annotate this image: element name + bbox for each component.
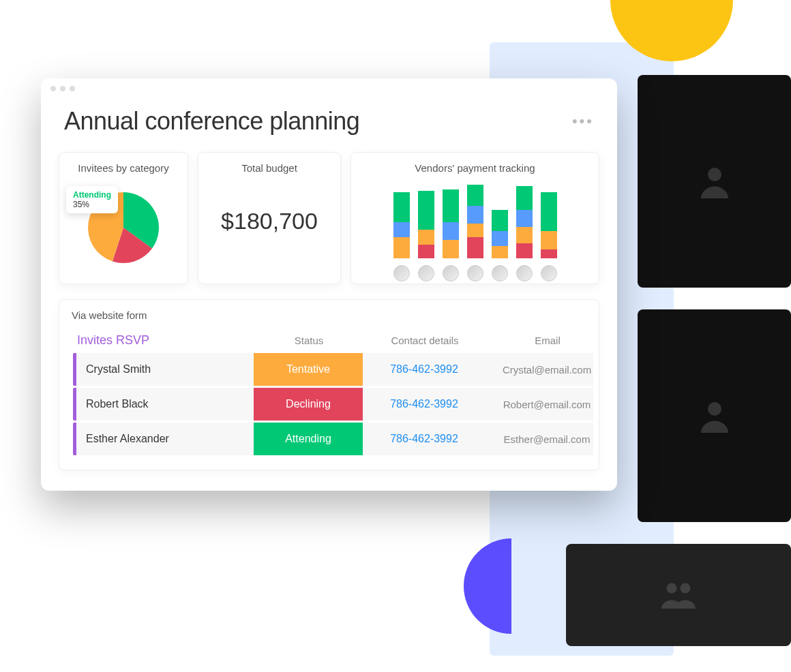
- row-email[interactable]: Robert@email.com: [486, 399, 608, 410]
- avatar-icon: [492, 265, 508, 281]
- bar-segment: [443, 222, 459, 240]
- row-phone[interactable]: 786-462-3992: [363, 433, 486, 445]
- status-badge[interactable]: Attending: [254, 423, 363, 455]
- row-name: Esther Alexander: [76, 433, 254, 445]
- bar: [541, 192, 557, 258]
- bar-segment: [516, 186, 533, 210]
- bar-segment: [418, 245, 434, 258]
- purple-semicircle-icon: [464, 538, 511, 634]
- window-dot-icon: [50, 86, 56, 91]
- stacked-bar-chart: [361, 185, 589, 258]
- bar-segment: [443, 189, 459, 222]
- bar-segment: [516, 227, 533, 243]
- bar-segment: [393, 222, 410, 237]
- vendor-avatars: [393, 265, 557, 281]
- column-main: Invites RSVP: [77, 333, 254, 348]
- card-total-budget: Total budget $180,700: [198, 152, 341, 284]
- column-status: Status: [254, 335, 363, 346]
- pie-callout-value: 35%: [73, 200, 89, 209]
- row-phone[interactable]: 786-462-3992: [363, 398, 486, 410]
- bar-segment: [541, 249, 557, 258]
- row-phone[interactable]: 786-462-3992: [363, 363, 486, 376]
- speaker-photo-2: [638, 309, 791, 522]
- bar-segment: [467, 224, 483, 237]
- bar-segment: [393, 237, 410, 258]
- bar: [492, 210, 508, 258]
- bar-segment: [516, 243, 533, 258]
- window-dot-icon: [70, 86, 75, 91]
- bar-segment: [467, 237, 483, 258]
- bar: [393, 192, 410, 258]
- bar-segment: [492, 231, 508, 246]
- bar-segment: [393, 192, 410, 222]
- table-header: Invites RSVP Status Contact details Emai…: [65, 333, 593, 348]
- avatar-icon: [418, 265, 434, 281]
- bar: [418, 191, 434, 258]
- avatar-icon: [516, 265, 533, 281]
- pie-callout: Attending 35%: [66, 186, 118, 213]
- column-contact: Contact details: [363, 335, 486, 346]
- row-name: Crystal Smith: [76, 363, 254, 376]
- svg-point-0: [708, 168, 721, 181]
- bar-segment: [418, 230, 434, 245]
- avatar-icon: [467, 265, 483, 281]
- section-title: Via website form: [65, 309, 593, 321]
- row-email[interactable]: Crystal@email.com: [486, 364, 608, 376]
- column-email: Email: [486, 335, 609, 346]
- window-titlebar: [41, 78, 617, 99]
- card-title: Total budget: [241, 162, 297, 174]
- more-options-button[interactable]: •••: [572, 112, 594, 130]
- budget-value: $180,700: [221, 208, 318, 234]
- table-row[interactable]: Esther AlexanderAttending786-462-3992Est…: [73, 423, 593, 455]
- card-vendor-tracking: Vendors' payment tracking: [350, 152, 599, 284]
- bar-segment: [467, 206, 483, 224]
- svg-point-3: [681, 583, 691, 594]
- window-dot-icon: [60, 86, 65, 91]
- card-invitees-pie: Invitees by category Attending 35%: [59, 152, 188, 284]
- bar-segment: [541, 192, 557, 231]
- avatar-icon: [393, 265, 410, 281]
- status-badge[interactable]: Tentative: [254, 353, 363, 386]
- audience-photo: [566, 544, 791, 646]
- card-title: Invitees by category: [78, 162, 168, 174]
- bar: [467, 185, 483, 258]
- table-row[interactable]: Crystal SmithTentative786-462-3992Crysta…: [73, 353, 593, 386]
- row-email[interactable]: Esther@email.com: [486, 433, 608, 445]
- status-badge[interactable]: Declining: [254, 388, 363, 421]
- svg-point-2: [667, 583, 677, 594]
- speaker-photo-1: [638, 75, 791, 288]
- bar-segment: [492, 246, 508, 258]
- rsvp-section: Via website form Invites RSVP Status Con…: [59, 299, 599, 470]
- bar: [516, 186, 533, 258]
- bar: [443, 189, 459, 258]
- page-title: Annual conference planning: [64, 107, 359, 136]
- table-row[interactable]: Robert BlackDeclining786-462-3992Robert@…: [73, 388, 593, 421]
- bar-segment: [516, 210, 533, 226]
- row-name: Robert Black: [76, 398, 254, 410]
- dashboard-window: Annual conference planning ••• Invitees …: [41, 78, 617, 491]
- card-title: Vendors' payment tracking: [415, 162, 535, 174]
- avatar-icon: [443, 265, 459, 281]
- bar-segment: [443, 240, 459, 258]
- pie-callout-label: Attending: [73, 190, 111, 200]
- bar-segment: [467, 185, 483, 206]
- bar-segment: [418, 191, 434, 230]
- bar-segment: [541, 231, 557, 249]
- bar-segment: [492, 210, 508, 231]
- avatar-icon: [541, 265, 557, 281]
- svg-point-1: [708, 402, 721, 416]
